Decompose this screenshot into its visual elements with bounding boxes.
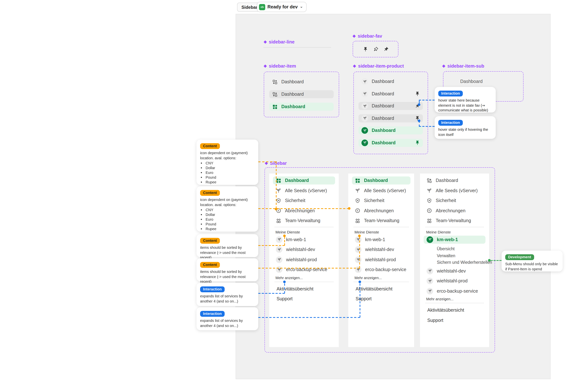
sprout-icon [276,236,282,243]
callout-interaction-icon-hover: Interaction hover state only if hovering… [435,116,496,139]
pin-icon[interactable] [415,91,420,96]
submenu-item-verwalten[interactable]: Verwalten [424,252,486,259]
connector-dot [488,259,491,261]
service-item-km-web-1-active[interactable]: km-web-1 [424,235,486,243]
nav-item-team-verwaltung[interactable]: Team-Verwaltung [424,217,486,225]
product-item-label: Dashboard [372,128,420,133]
footer-item-support[interactable]: Support [424,316,486,324]
dashboard-icon [272,79,278,85]
connector-blue [419,121,420,127]
show-more-link[interactable]: Mehr anzeigen... [354,276,410,280]
pin-green-icon[interactable] [415,140,420,145]
pin-filled-icon[interactable] [363,47,368,52]
pin-filled-slanted-icon[interactable] [382,45,390,53]
nav-item-alle-seeds[interactable]: Alle Seeds (vServer) [424,187,486,195]
nav-item-dashboard[interactable]: Dashboard [424,176,486,185]
component-label-sidebar-line: ❖ sidebar-line [263,39,294,45]
footer-item-aktivitaetsuebersicht[interactable]: Aktivitätsübersicht [273,285,335,293]
sidebar-item-default[interactable]: Dashboard [269,78,334,86]
product-item-hover-pin[interactable]: Dashboard [359,114,423,122]
service-item-erco-backup-service[interactable]: erco-backup-service [273,266,335,274]
payment-option: Euro [205,170,255,175]
nav-item-abrechnungen[interactable]: Abrechnungen [424,206,486,215]
component-label-sidebar-item-sub: ❖ sidebar-item-sub [442,63,484,69]
nav-item-team-verwaltung[interactable]: Team-Verwaltung [352,217,410,225]
callout-text: icon dependent on (payment) location. av… [200,150,255,160]
nav-item-abrechnungen[interactable]: Abrechnungen [352,206,410,215]
service-item-km-web-1[interactable]: km-web-1 [273,235,335,243]
service-item-wiehlstahl-prod[interactable]: wiehlstahl-prod [424,277,486,285]
ready-for-dev-dropdown[interactable]: </> Ready for dev ⌄ [257,2,307,12]
product-item-active[interactable]: Dashboard [359,126,423,134]
nav-item-dashboard[interactable]: Dashboard [352,176,410,185]
product-item-default[interactable]: Dashboard [359,77,423,86]
payment-option: Dollar [205,212,255,217]
nav-item-team-verwaltung[interactable]: Team-Verwaltung [273,217,335,225]
product-item-label: Dashboard [372,91,411,96]
footer-item-aktivitaetsuebersicht[interactable]: Aktivitätsübersicht [352,285,410,293]
nav-item-abrechnungen[interactable]: Abrechnungen [273,206,335,215]
chevron-down-icon: ⌄ [300,5,303,8]
nav-label: Abrechnungen [436,208,466,213]
service-item-wiehlstahl-prod[interactable]: wiehlstahl-prod [352,256,410,263]
nav-item-sicherheit[interactable]: Sicherheit [424,197,486,205]
footer-label: Support [356,296,372,301]
nav-label: Alle Seeds (vServer) [364,188,406,193]
connector-blue [360,283,360,317]
callout-interaction-fav: Interaction hover state here because ele… [435,87,496,112]
connector-dot [283,280,286,283]
show-more-link[interactable]: Mehr anzeigen... [426,297,486,301]
service-item-wiehlstahl-dev[interactable]: wiehlstahl-dev [352,245,410,254]
nav-label: Sicherheit [436,198,456,203]
show-more-link[interactable]: Mehr anzeigen... [275,276,335,280]
service-item-km-web-1[interactable]: km-web-1 [352,235,410,243]
nav-item-alle-seeds[interactable]: Alle Seeds (vServer) [273,187,335,195]
team-icon [355,218,360,224]
pin-slanted-icon[interactable] [414,102,421,110]
sidebar-line-divider [263,47,331,48]
sprout-icon [427,236,433,243]
interaction-badge: Interaction [438,91,463,96]
service-item-erco-backup-service[interactable]: erco-backup-service [352,266,410,274]
sprout-icon [276,266,282,273]
connector-orange [258,208,349,209]
divider [353,281,409,282]
footer-item-support[interactable]: Support [273,295,335,303]
nav-label: Dashboard [285,178,309,183]
callout-text: items should be sorted by relevance (-> … [200,245,255,260]
footer-label: Support [277,296,293,301]
product-item-active-pinned[interactable]: Dashboard [359,139,423,147]
interaction-badge: Interaction [438,120,463,126]
footer-label: Support [427,318,443,323]
service-item-wiehlstahl-prod[interactable]: wiehlstahl-prod [273,256,335,263]
sprout-icon [361,139,368,146]
nav-label: Alle Seeds (vServer) [285,188,327,193]
nav-item-alle-seeds[interactable]: Alle Seeds (vServer) [352,187,410,195]
interaction-badge: Interaction [200,286,225,292]
sidebar-item-hover[interactable]: Dashboard [269,90,334,98]
footer-item-aktivitaetsuebersicht[interactable]: Aktivitätsübersicht [424,306,486,314]
footer-item-support[interactable]: Support [352,295,410,303]
sub-item-label[interactable]: Dashboard [460,79,483,84]
code-icon: </> [259,4,265,10]
nav-item-dashboard[interactable]: Dashboard [273,176,335,185]
sidebar-item-active[interactable]: Dashboard [269,103,334,111]
service-item-erco-backup-service[interactable]: erco-backup-service [424,287,486,295]
product-item-hover-pin-slanted[interactable]: Dashboard [359,102,423,110]
service-item-wiehlstahl-dev[interactable]: wiehlstahl-dev [424,267,486,275]
payment-option: Rupee [205,226,255,231]
submenu-item-uebersicht[interactable]: Übersicht [424,245,486,252]
nav-item-sicherheit[interactable]: Sicherheit [273,197,335,205]
callout-text: Sub-Menu should only be visible if Paren… [505,261,559,271]
pin-outline-slanted-icon[interactable] [372,45,379,53]
sprout-icon [355,188,360,193]
submenu-item-sichern[interactable]: Sichern und Wiederherstellen [424,259,486,266]
service-item-wiehlstahl-dev[interactable]: wiehlstahl-dev [273,245,335,254]
product-item-pinned[interactable]: Dashboard [359,90,423,98]
component-label-sidebar-item: ❖ sidebar-item [263,63,296,69]
nav-item-sicherheit[interactable]: Sicherheit [352,197,410,205]
service-label: erco-backup-service [437,288,478,294]
payment-options-list: CNY Dollar Euro Pound Rupee [205,161,255,185]
sprout-icon [355,246,361,253]
component-diamond-icon: ❖ [263,64,267,68]
